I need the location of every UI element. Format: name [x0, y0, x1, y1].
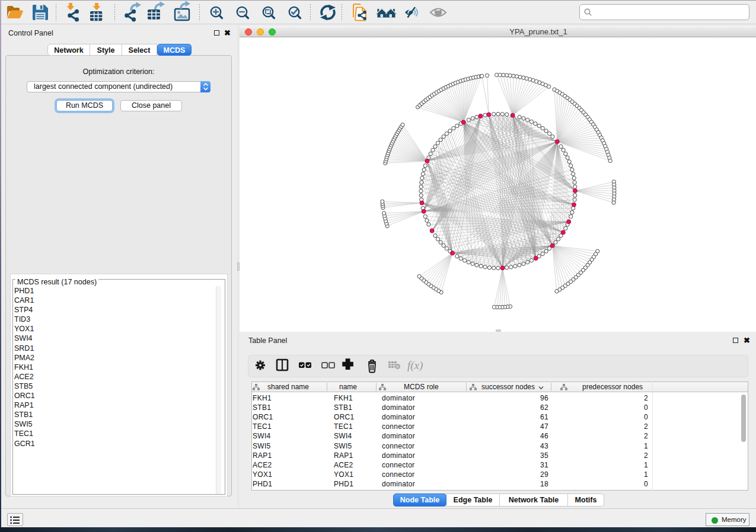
svg-text:f(x): f(x) [407, 359, 423, 372]
